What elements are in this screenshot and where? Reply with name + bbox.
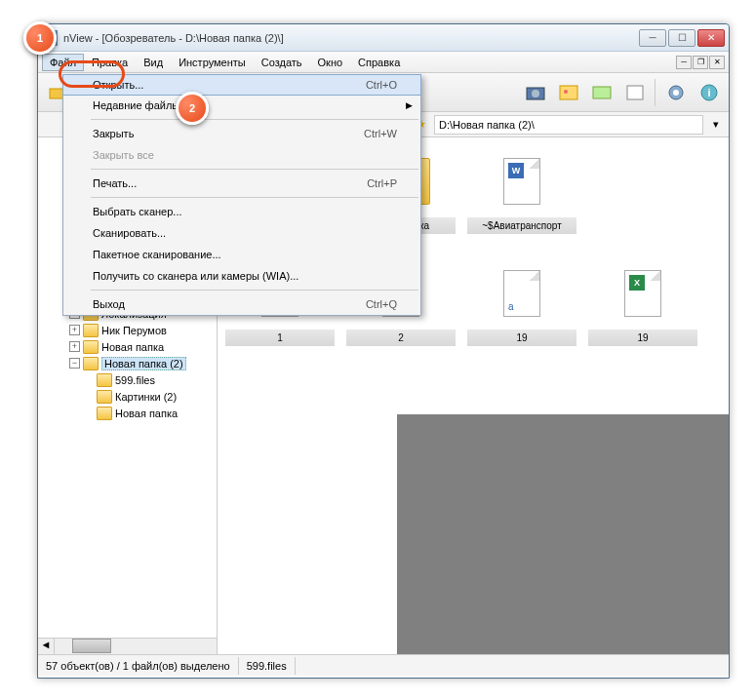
menu-close[interactable]: ЗакрытьCtrl+W — [63, 123, 420, 144]
empty-area — [397, 414, 729, 654]
folder-icon — [83, 357, 99, 370]
menu-twain[interactable]: Получить со сканера или камеры (WIA)... — [63, 265, 420, 287]
tree-label: Картинки (2) — [115, 391, 177, 403]
window-title: nView - [Обозреватель - D:\Новая папка (… — [63, 32, 639, 44]
tree-row[interactable]: +Ник Перумов — [40, 322, 215, 338]
dropdown-icon[interactable]: ▾ — [707, 116, 725, 134]
file-menu-dropdown: Открыть...Ctrl+O Недавние файлы▶ Закрыть… — [62, 74, 421, 316]
tree-label: Новая папка — [115, 408, 178, 419]
menu-separator — [91, 119, 418, 120]
menu-separator — [91, 169, 418, 170]
thumbnail-caption: 19 — [467, 330, 576, 346]
tree-row[interactable]: Картинки (2) — [40, 388, 215, 405]
minimize-button[interactable]: ─ — [639, 29, 666, 47]
folder-icon — [83, 340, 99, 354]
tree-row[interactable]: 599.files — [40, 371, 215, 388]
svg-rect-4 — [560, 86, 577, 99]
tree-row[interactable]: −Новая папка (2) — [40, 355, 215, 371]
scrollbar-thumb[interactable] — [72, 639, 111, 653]
tree-hscrollbar[interactable]: ◄ — [38, 638, 217, 654]
camera-icon[interactable] — [520, 77, 551, 108]
address-path[interactable]: D:\Новая папка (2)\ — [434, 115, 703, 135]
gear-icon[interactable] — [660, 77, 692, 108]
status-right: 599.files — [239, 657, 296, 675]
menu-create[interactable]: Создать — [254, 54, 310, 71]
callout-1: 1 — [23, 21, 57, 55]
svg-point-3 — [532, 90, 539, 97]
menu-help[interactable]: Справка — [350, 54, 408, 71]
menu-print[interactable]: Печать...Ctrl+P — [63, 173, 420, 194]
thumbnail-caption: 19 — [588, 330, 697, 346]
status-left: 57 объект(ов) / 1 файл(ов) выделено — [38, 657, 239, 675]
thumbnail-item[interactable]: X19 — [588, 257, 697, 346]
folder-icon — [97, 373, 112, 387]
menu-exit[interactable]: ВыходCtrl+Q — [63, 293, 420, 315]
tree-toggle-icon[interactable]: + — [69, 341, 80, 352]
thumbnail-caption: ~$Авиатранспорт — [467, 217, 576, 234]
mdi-restore-button[interactable]: ❐ — [693, 56, 708, 69]
menubar: Файл Правка Вид Инструменты Создать Окно… — [38, 52, 729, 73]
thumbnail-caption: 2 — [346, 330, 456, 346]
svg-point-5 — [564, 90, 568, 94]
thumbnail-item[interactable]: a19 — [467, 257, 576, 346]
menu-batch-scan[interactable]: Пакетное сканирование... — [63, 244, 420, 265]
menu-view[interactable]: Вид — [136, 54, 171, 71]
thumbnail-item[interactable]: W~$Авиатранспорт — [467, 145, 576, 234]
menu-separator — [91, 290, 418, 291]
menu-tools[interactable]: Инструменты — [171, 54, 254, 71]
folder-icon — [83, 324, 99, 337]
menu-window[interactable]: Окно — [310, 54, 351, 71]
word-icon: W — [503, 158, 540, 205]
statusbar: 57 объект(ов) / 1 файл(ов) выделено 599.… — [38, 654, 729, 676]
tree-label: Новая папка — [101, 341, 164, 353]
svg-rect-7 — [627, 86, 643, 99]
titlebar[interactable]: nView - [Обозреватель - D:\Новая папка (… — [38, 24, 729, 52]
thumbnail-caption: 1 — [225, 330, 335, 346]
excel-icon: X — [624, 270, 661, 317]
menu-select-scanner[interactable]: Выбрать сканер... — [63, 201, 420, 222]
tree-label: Ник Перумов — [101, 325, 167, 336]
mdi-close-button[interactable]: ✕ — [709, 56, 725, 69]
doc-icon: a — [503, 270, 540, 317]
tree-row[interactable]: Новая папка — [40, 405, 215, 421]
mdi-minimize-button[interactable]: ─ — [676, 56, 692, 69]
info-icon[interactable]: i — [694, 77, 725, 108]
svg-text:i: i — [707, 87, 710, 98]
callout-ring-1 — [59, 60, 125, 88]
slideshow-icon[interactable] — [586, 77, 617, 108]
svg-rect-6 — [593, 87, 611, 98]
tree-toggle-icon[interactable]: + — [69, 325, 80, 335]
svg-point-9 — [673, 90, 679, 96]
tree-row[interactable]: +Новая папка — [40, 338, 215, 355]
close-button[interactable]: ✕ — [697, 29, 725, 47]
tree-toggle-icon[interactable]: − — [69, 358, 80, 369]
tree-label: 599.files — [115, 374, 155, 386]
menu-scan[interactable]: Сканировать... — [63, 222, 420, 244]
callout-2: 2 — [176, 92, 209, 125]
picture-icon[interactable] — [553, 77, 584, 108]
submenu-arrow-icon: ▶ — [406, 100, 413, 110]
menu-recent[interactable]: Недавние файлы▶ — [63, 95, 420, 116]
folder-icon — [97, 390, 112, 404]
address-path-text: D:\Новая папка (2)\ — [439, 119, 535, 131]
menu-close-all: Закрыть все — [63, 144, 420, 166]
folder-icon — [97, 407, 112, 420]
toolbar-separator — [655, 79, 656, 106]
contact-icon[interactable] — [619, 77, 651, 108]
menu-separator — [91, 197, 418, 198]
maximize-button[interactable]: ☐ — [668, 29, 695, 47]
tree-label: Новая папка (2) — [101, 357, 186, 370]
